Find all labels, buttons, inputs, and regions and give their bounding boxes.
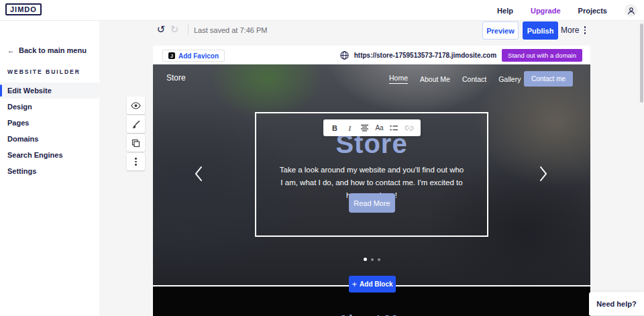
site-nav-about-me[interactable]: About Me (420, 75, 450, 83)
jimdo-logo[interactable]: JIMDO (5, 3, 42, 15)
carousel-next-icon[interactable] (536, 165, 551, 182)
add-block-label: Add Block (360, 280, 392, 288)
scrollbar-thumb[interactable] (640, 23, 643, 103)
back-to-main-menu[interactable]: ← Back to main menu (7, 46, 87, 54)
last-saved-status: Last saved at 7:46 PM (194, 26, 267, 34)
favicon-url-bar: J Add Favicon https://store-1759513573-7… (153, 46, 590, 64)
add-favicon-label: Add Favicon (178, 52, 219, 60)
add-favicon-button[interactable]: J Add Favicon (162, 50, 225, 62)
sidebar-nav: Edit Website Design Pages Domains Search… (0, 83, 99, 179)
app-header: JIMDO Help Upgrade Projects (0, 0, 644, 21)
site-nav-home[interactable]: Home (389, 74, 408, 84)
list-icon[interactable] (389, 122, 400, 134)
site-nav: Home About Me Contact Gallery (389, 74, 521, 84)
site-brand[interactable]: Store (166, 73, 186, 83)
account-avatar[interactable] (625, 4, 637, 17)
sidebar-item-edit-website[interactable]: Edit Website (0, 83, 99, 99)
favicon-placeholder-icon: J (168, 52, 175, 59)
more-kebab-icon[interactable] (581, 24, 589, 36)
bold-icon[interactable]: B (329, 122, 340, 134)
stand-out-domain-button[interactable]: Stand out with a domain (502, 49, 582, 62)
italic-icon[interactable]: I (344, 122, 355, 134)
paintbrush-icon (131, 120, 140, 129)
sidebar-item-pages[interactable]: Pages (0, 115, 99, 131)
text-format-toolbar: B I Aa (323, 119, 421, 136)
upgrade-link[interactable]: Upgrade (531, 7, 561, 15)
toolbar-divider (188, 24, 189, 36)
block-more-button[interactable] (127, 153, 145, 170)
plus-icon: + (352, 280, 357, 288)
next-section-heading-peek: About Me (153, 312, 590, 316)
link-icon[interactable] (404, 122, 415, 134)
projects-link[interactable]: Projects (578, 7, 607, 15)
read-more-button[interactable]: Read More (349, 193, 395, 213)
need-help-button[interactable]: Need help? (589, 292, 644, 315)
carousel-dot-1[interactable] (364, 258, 367, 261)
eye-icon (131, 102, 141, 109)
sidebar: ← Back to main menu WEBSITE BUILDER Edit… (0, 21, 99, 316)
undo-icon[interactable]: ↺ (154, 23, 168, 36)
site-nav-gallery[interactable]: Gallery (498, 75, 521, 83)
back-label: Back to main menu (19, 46, 87, 54)
carousel-prev-icon[interactable] (191, 165, 206, 182)
font-style-icon[interactable]: Aa (374, 122, 385, 134)
globe-icon (340, 51, 349, 60)
back-arrow-icon: ← (7, 46, 15, 54)
carousel-dot-2[interactable] (371, 258, 374, 261)
hide-block-button[interactable] (127, 97, 145, 114)
align-center-icon[interactable] (359, 122, 370, 134)
more-button[interactable]: More (561, 25, 579, 35)
sidebar-item-domains[interactable]: Domains (0, 131, 99, 147)
site-nav-contact[interactable]: Contact (462, 75, 486, 83)
site-url-group: https://store-1759513573-7178.jimdosite.… (340, 48, 582, 62)
sidebar-item-search-engines[interactable]: Search Engines (0, 147, 99, 163)
preview-button[interactable]: Preview (482, 21, 519, 40)
style-block-button[interactable] (127, 115, 145, 133)
jimdo-website-builder-screen: JIMDO Help Upgrade Projects ← Back to ma… (0, 0, 644, 316)
add-block-button[interactable]: + Add Block (349, 276, 396, 293)
page-scrollbar (639, 21, 643, 316)
help-link[interactable]: Help (497, 7, 513, 15)
publish-button[interactable]: Publish (523, 21, 558, 40)
carousel-dots (153, 258, 590, 261)
redo-icon[interactable]: ↻ (168, 23, 181, 36)
sidebar-item-design[interactable]: Design (0, 99, 99, 115)
site-url[interactable]: https://store-1759513573-7178.jimdosite.… (354, 52, 496, 59)
kebab-icon (135, 158, 137, 166)
header-nav: Help Upgrade Projects (497, 0, 637, 21)
sidebar-section-label: WEBSITE BUILDER (7, 68, 80, 75)
block-tools (127, 97, 145, 170)
contact-me-button[interactable]: Contact me (524, 71, 573, 87)
duplicate-block-button[interactable] (127, 134, 145, 152)
carousel-dot-3[interactable] (378, 258, 380, 261)
sidebar-item-settings[interactable]: Settings (0, 163, 99, 179)
copy-icon (131, 139, 140, 148)
site-preview-canvas: Store Home About Me Contact Gallery Cont… (153, 64, 590, 285)
user-icon (627, 7, 635, 15)
